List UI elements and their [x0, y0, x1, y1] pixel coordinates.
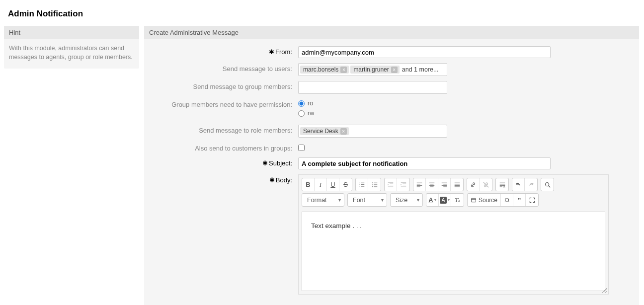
clear-format-button[interactable]: Tx [451, 194, 464, 206]
ordered-list-button[interactable] [356, 178, 368, 191]
redo-button[interactable] [525, 178, 537, 191]
source-button[interactable]: Source [468, 194, 501, 206]
text-color-button[interactable]: A▾ [426, 194, 439, 206]
main-panel: Create Administrative Message ✱From: Sen… [144, 26, 639, 305]
role-token: Service Desk × [300, 127, 349, 135]
hint-title: Hint [4, 26, 139, 39]
from-input[interactable] [298, 46, 551, 58]
subject-label: ✱Subject: [153, 157, 298, 167]
remove-user-icon[interactable]: × [391, 67, 398, 73]
users-label: Send message to users: [153, 63, 298, 73]
indent-button[interactable] [397, 178, 409, 191]
svg-point-1 [372, 184, 373, 185]
underline-button[interactable]: U [327, 178, 339, 191]
users-field[interactable]: marc.bonsels × martin.gruner × and 1 mor… [298, 63, 447, 76]
svg-point-0 [372, 182, 373, 183]
perm-rw-option[interactable]: rw [298, 110, 630, 117]
from-label: ✱From: [153, 46, 298, 56]
perm-label: Group members need to have permission: [153, 99, 298, 108]
svg-point-2 [372, 186, 373, 187]
perm-ro-option[interactable]: ro [298, 100, 630, 107]
unlink-button[interactable] [480, 178, 492, 191]
italic-button[interactable]: I [315, 178, 327, 191]
remove-format-button[interactable] [496, 178, 508, 191]
format-dropdown[interactable]: Format▾ [302, 193, 344, 207]
perm-rw-radio[interactable] [298, 110, 305, 117]
roles-label: Send message to role members: [153, 125, 298, 134]
hint-text: With this module, administrators can sen… [4, 39, 139, 69]
undo-button[interactable] [512, 178, 525, 191]
remove-user-icon[interactable]: × [340, 67, 347, 73]
outdent-button[interactable] [385, 178, 397, 191]
svg-rect-4 [472, 198, 476, 202]
find-button[interactable] [541, 178, 554, 191]
quote-button[interactable]: ” [513, 194, 526, 206]
body-editor[interactable]: Text example . . . [302, 212, 605, 291]
resize-handle-icon[interactable] [601, 287, 607, 293]
groups-field[interactable] [298, 81, 447, 94]
size-dropdown[interactable]: Size▾ [390, 193, 423, 207]
groups-label: Send message to group members: [153, 81, 298, 90]
hint-panel: Hint With this module, administrators ca… [4, 26, 139, 69]
special-char-button[interactable]: Ω [501, 194, 513, 206]
align-left-button[interactable] [413, 178, 426, 191]
svg-point-3 [545, 182, 549, 186]
page-title: Admin Notification [8, 9, 639, 19]
rich-text-editor: B I U S [298, 174, 609, 295]
customers-label: Also send to customers in groups: [153, 143, 298, 152]
link-button[interactable] [467, 178, 480, 191]
user-token: martin.gruner × [350, 66, 399, 74]
body-label: ✱Body: [153, 174, 298, 184]
roles-field[interactable]: Service Desk × [298, 125, 447, 138]
subject-input[interactable] [298, 157, 551, 169]
customers-checkbox[interactable] [298, 145, 305, 151]
align-center-button[interactable] [426, 178, 438, 191]
main-panel-title: Create Administrative Message [144, 26, 639, 39]
user-token: marc.bonsels × [300, 66, 349, 74]
bg-color-button[interactable]: A▾ [439, 194, 451, 206]
remove-role-icon[interactable]: × [340, 128, 347, 135]
align-right-button[interactable] [438, 178, 451, 191]
strike-button[interactable]: S [339, 178, 352, 191]
bold-button[interactable]: B [302, 178, 315, 191]
maximize-button[interactable] [526, 194, 538, 206]
unordered-list-button[interactable] [368, 178, 381, 191]
users-more[interactable]: and 1 more... [401, 66, 439, 73]
align-justify-button[interactable] [451, 178, 463, 191]
perm-ro-radio[interactable] [298, 100, 305, 107]
font-dropdown[interactable]: Font▾ [347, 193, 387, 207]
